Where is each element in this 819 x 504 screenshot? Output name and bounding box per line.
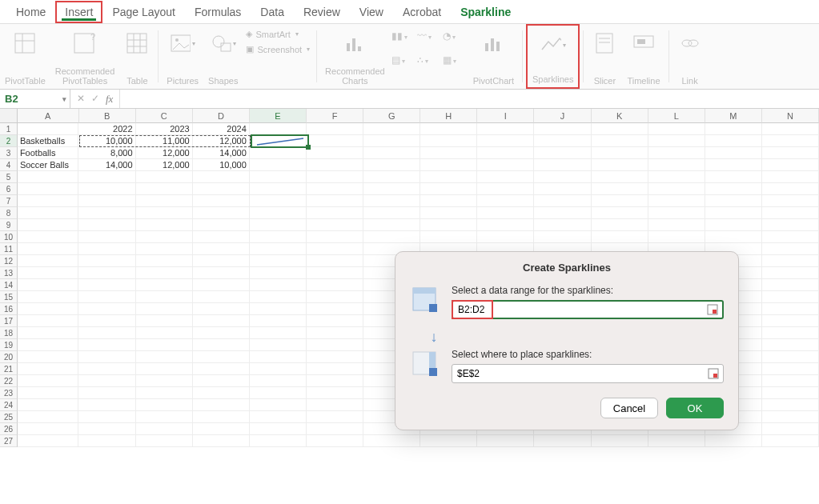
row-header-22[interactable]: 22 <box>0 375 18 387</box>
cell-C21[interactable] <box>136 363 193 375</box>
col-header-G[interactable]: G <box>363 109 420 123</box>
cell-A16[interactable] <box>18 303 79 315</box>
cell-A4[interactable]: Soccer Balls <box>18 159 79 171</box>
cell-L5[interactable] <box>648 171 705 183</box>
cell-A27[interactable] <box>18 435 79 447</box>
cell-B27[interactable] <box>78 435 135 447</box>
cell-J5[interactable] <box>534 171 591 183</box>
row-header-25[interactable]: 25 <box>0 411 18 423</box>
cell-C12[interactable] <box>136 255 193 267</box>
cell-J2[interactable] <box>534 135 591 147</box>
cell-C5[interactable] <box>136 171 193 183</box>
link-button[interactable]: Link <box>672 24 708 89</box>
cell-G4[interactable] <box>363 159 420 171</box>
cell-N5[interactable] <box>762 171 819 183</box>
cell-B15[interactable] <box>78 291 135 303</box>
cell-N21[interactable] <box>762 363 819 375</box>
cell-N25[interactable] <box>762 411 819 423</box>
col-header-J[interactable]: J <box>534 109 591 123</box>
recommended-charts-button[interactable]: Recommended Charts <box>320 24 390 89</box>
cell-D22[interactable] <box>193 375 250 387</box>
cell-I27[interactable] <box>477 435 534 447</box>
cell-N4[interactable] <box>762 159 819 171</box>
col-header-B[interactable]: B <box>79 109 136 123</box>
cell-C8[interactable] <box>136 207 193 219</box>
cell-B18[interactable] <box>78 327 135 339</box>
row-header-4[interactable]: 4 <box>0 159 18 171</box>
cell-B1[interactable]: 2022 <box>78 123 135 135</box>
cell-C13[interactable] <box>136 267 193 279</box>
cell-F7[interactable] <box>307 195 363 207</box>
cell-J3[interactable] <box>534 147 591 159</box>
tab-review[interactable]: Review <box>294 1 350 23</box>
cell-H8[interactable] <box>420 207 477 219</box>
cell-E21[interactable] <box>250 363 307 375</box>
cell-L2[interactable] <box>648 135 705 147</box>
cell-E9[interactable] <box>250 219 307 231</box>
cell-L6[interactable] <box>648 183 705 195</box>
cell-D9[interactable] <box>193 219 250 231</box>
cell-I2[interactable] <box>477 135 534 147</box>
cell-N27[interactable] <box>762 435 819 447</box>
cell-E5[interactable] <box>250 171 307 183</box>
cell-N24[interactable] <box>762 399 819 411</box>
cell-K6[interactable] <box>592 183 648 195</box>
recommended-pivot-button[interactable]: ? Recommended PivotTables <box>50 24 120 89</box>
cell-L8[interactable] <box>648 207 705 219</box>
cell-K7[interactable] <box>592 195 648 207</box>
cell-I3[interactable] <box>477 147 534 159</box>
cell-B5[interactable] <box>78 171 135 183</box>
cell-D14[interactable] <box>193 279 250 291</box>
col-header-F[interactable]: F <box>307 109 363 123</box>
cell-G7[interactable] <box>363 195 420 207</box>
cell-A5[interactable] <box>18 171 79 183</box>
cell-F26[interactable] <box>307 423 363 435</box>
cell-F1[interactable] <box>307 123 363 135</box>
cell-E25[interactable] <box>250 411 307 423</box>
cell-K1[interactable] <box>592 123 648 135</box>
cell-J6[interactable] <box>534 183 591 195</box>
col-header-A[interactable]: A <box>18 109 79 123</box>
row-header-23[interactable]: 23 <box>0 387 18 399</box>
cell-D5[interactable] <box>193 171 250 183</box>
col-header-E[interactable]: E <box>250 109 307 123</box>
cell-F19[interactable] <box>307 339 363 351</box>
cell-E18[interactable] <box>250 327 307 339</box>
cell-A15[interactable] <box>18 291 79 303</box>
cell-D26[interactable] <box>193 423 250 435</box>
cell-F8[interactable] <box>307 207 363 219</box>
cell-E26[interactable] <box>250 423 307 435</box>
cell-K5[interactable] <box>592 171 648 183</box>
cell-E22[interactable] <box>250 375 307 387</box>
cell-N19[interactable] <box>762 339 819 351</box>
cell-F20[interactable] <box>307 351 363 363</box>
cell-M4[interactable] <box>705 159 762 171</box>
cell-E8[interactable] <box>250 207 307 219</box>
cell-L1[interactable] <box>648 123 705 135</box>
cell-G27[interactable] <box>363 435 420 447</box>
cell-D27[interactable] <box>193 435 250 447</box>
pivotchart-button[interactable]: PivotChart <box>468 24 519 89</box>
cell-C15[interactable] <box>136 291 193 303</box>
cell-C11[interactable] <box>136 243 193 255</box>
cell-G3[interactable] <box>363 147 420 159</box>
cell-N10[interactable] <box>762 231 819 243</box>
cell-F3[interactable] <box>307 147 363 159</box>
sparklines-button[interactable]: ▾ Sparklines <box>526 24 580 89</box>
row-header-10[interactable]: 10 <box>0 231 18 243</box>
column-chart-icon[interactable]: ▮▮▾ <box>391 30 416 53</box>
cell-D18[interactable] <box>193 327 250 339</box>
cell-G1[interactable] <box>363 123 420 135</box>
cell-A23[interactable] <box>18 387 79 399</box>
cell-F5[interactable] <box>307 171 363 183</box>
cell-E11[interactable] <box>250 243 307 255</box>
row-header-7[interactable]: 7 <box>0 195 18 207</box>
cell-N11[interactable] <box>762 243 819 255</box>
cell-B19[interactable] <box>78 339 135 351</box>
ok-button[interactable]: OK <box>666 398 724 418</box>
cell-J1[interactable] <box>534 123 591 135</box>
name-box-dropdown-icon[interactable]: ▾ <box>62 95 70 103</box>
cell-C24[interactable] <box>136 399 193 411</box>
cell-F6[interactable] <box>307 183 363 195</box>
cell-F12[interactable] <box>307 255 363 267</box>
